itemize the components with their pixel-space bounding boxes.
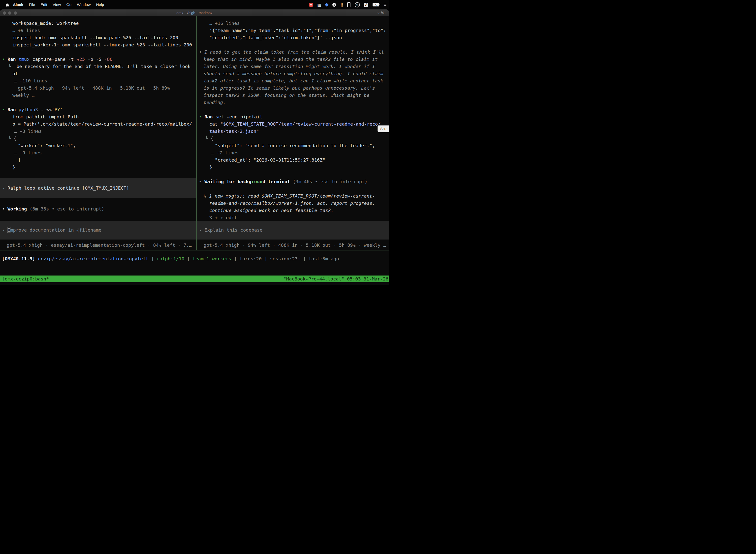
menu-help[interactable]: Help: [93, 2, 107, 7]
window-title: omx --xhigh --madmax: [0, 11, 389, 15]
apple-icon: [5, 2, 9, 7]
terminal-text: └: [205, 136, 210, 141]
terminal-line: … +3 lines: [0, 127, 196, 135]
terminal-text: from pathlib import Path: [12, 114, 79, 119]
terminal-text: "created_at": "2026-03-31T11:59:27.816Z": [215, 157, 325, 163]
github-icon[interactable]: [332, 3, 336, 7]
charging-bolt-icon: ϟ: [375, 3, 377, 6]
screen-recording-indicator[interactable]: [309, 3, 313, 7]
battery-charging-icon[interactable]: ϟ: [373, 3, 379, 6]
terminal-text: ↳: [204, 193, 209, 199]
battery-gauge-value: 61: [356, 4, 359, 6]
window-shortcut: ⌥⌘1: [377, 11, 386, 15]
apple-menu[interactable]: [5, 2, 9, 7]
terminal-text: •: [199, 114, 204, 119]
prompt-band[interactable]: › Ralph loop active continue [OMX_TMUX_I…: [0, 178, 196, 198]
terminal-line: └ {: [197, 135, 389, 142]
terminal-text: roun: [252, 179, 263, 184]
terminal-text: |: [184, 256, 192, 261]
terminal-text: gpt-5.4 xhigh · 94% left · 488K in · 5.1…: [18, 86, 175, 91]
terminal-text: ›: [199, 227, 204, 233]
prompt-input-right[interactable]: › Explain this codebase: [197, 221, 389, 239]
terminal-text: •: [2, 206, 7, 212]
input-source-icon[interactable]: A: [364, 3, 368, 7]
terminal-line: inspect_hud: omx sparkshell --tmux-pane …: [0, 34, 196, 41]
terminal-line: • Waiting for background terminal (3m 46…: [197, 178, 389, 185]
terminal-text: keep that in mind. Maybe I also need the…: [204, 57, 378, 62]
terminal-line: … +9 lines: [0, 27, 196, 34]
terminal-line: … +9 lines: [0, 149, 196, 156]
terminal-text: -euo pipefail: [224, 114, 262, 119]
menu-go[interactable]: Go: [64, 2, 74, 7]
terminal-text: •: [199, 49, 204, 55]
terminal-text: Ran: [7, 107, 19, 112]
terminal-text: inspect task2's JSON, focusing on the st…: [204, 93, 369, 98]
menu-lines-icon[interactable]: ≡: [383, 2, 386, 8]
terminal-text: … +3 lines: [14, 128, 42, 134]
terminal-text: 1 new msg(s): read $OMX_TEAM_STATE_ROOT/…: [209, 193, 375, 199]
pane-left-status: gpt-5.4 xhigh · essay/ai-reimplementatio…: [0, 241, 196, 249]
terminal-text: ›: [2, 227, 7, 233]
terminal-text: {: [14, 136, 16, 141]
device-icon[interactable]: [347, 2, 351, 7]
terminal-text: pending.: [204, 100, 226, 105]
terminal-line: weekly …: [0, 92, 196, 99]
menu-window[interactable]: Window: [74, 2, 93, 7]
terminal-line: cat "$OMX_TEAM_STATE_ROOT/team/review-cu…: [197, 120, 389, 127]
terminal-line: p = Path('.omx/state/team/review-current…: [0, 120, 196, 127]
terminal[interactable]: workspace_mode: worktree… +9 linesinspec…: [0, 16, 389, 285]
battery-gauge-icon[interactable]: 61: [355, 2, 360, 7]
terminal-text: Explain this codebase: [204, 227, 262, 233]
terminal-text: continue assigned work or next feasible …: [209, 208, 334, 213]
terminal-text: … +7 lines: [211, 150, 239, 155]
terminal-text: gpt-5.4 xhigh · essay/ai-reimplementatio…: [7, 242, 192, 248]
terminal-text: [OMX#0.11.9]: [2, 256, 35, 261]
terminal-pane-right[interactable]: … +16 lines'{"team_name":"my-team","task…: [197, 16, 389, 250]
menu-edit[interactable]: Edit: [38, 2, 50, 7]
terminal-line: is in progress? It seems likely but perh…: [197, 85, 389, 92]
dropbox-icon[interactable]: [325, 3, 329, 7]
screen-tooltip: Scre: [378, 125, 389, 132]
app-grid-icon[interactable]: ⣿: [340, 2, 343, 7]
terminal-line: from pathlib import Path: [0, 113, 196, 120]
terminal-text: python3: [19, 107, 38, 112]
terminal-line: should send a message before completing …: [197, 70, 389, 77]
pane-divider-horizontal: [0, 250, 389, 251]
terminal-text: •: [2, 57, 7, 62]
terminal-text: task2 after task1 is complete, but can I…: [204, 78, 383, 84]
prompt-input-left[interactable]: › Improve documentation in @filename: [0, 221, 196, 239]
terminal-line: • Ran set -euo pipefail: [197, 113, 389, 120]
terminal-text: ralph:1/10: [157, 256, 184, 261]
prompt-right-text: › Explain this codebase: [197, 226, 389, 233]
terminal-line: later. Using the same for transition mig…: [197, 63, 389, 70]
menu-file[interactable]: File: [26, 2, 38, 7]
stop-icon: [310, 4, 312, 5]
terminal-text: Ran: [7, 57, 19, 62]
terminal-text: Working: [7, 206, 27, 212]
terminal-text: "$OMX_TEAM_STATE_ROOT/team/review-curren…: [220, 121, 381, 126]
terminal-text: cczip/essay/ai-reimplementation-copyleft: [38, 256, 148, 261]
terminal-text: 'PY': [52, 107, 63, 112]
menu-app-name[interactable]: Slack: [13, 2, 26, 7]
terminal-line: [197, 171, 389, 178]
terminal-text: tmux: [19, 57, 30, 62]
terminal-line: workspace_mode: worktree: [0, 19, 196, 27]
menu-status-icons: ▦ ⣿ 61 A ϟ ≡: [309, 0, 386, 9]
prompt-line: › Ralph loop active continue [OMX_TMUX_I…: [0, 184, 196, 191]
grid-icon[interactable]: ▦: [317, 2, 321, 7]
terminal-line: └ {: [0, 135, 196, 142]
terminal-text: Waiting for backg: [204, 179, 251, 184]
terminal-text: I need to get the claim token from the c…: [204, 49, 384, 55]
terminal-line: ]: [0, 156, 196, 164]
terminal-text: └: [8, 64, 16, 69]
terminal-text: later. Using the same for transition mig…: [204, 64, 375, 69]
menu-view[interactable]: View: [50, 2, 63, 7]
terminal-line: "completed","claim_token":"claim-token"}…: [197, 34, 389, 41]
terminal-text: }: [209, 165, 212, 170]
terminal-line: continue assigned work or next feasible …: [197, 207, 389, 214]
terminal-text: team:1 workers: [193, 256, 232, 261]
terminal-pane-left[interactable]: workspace_mode: worktree… +9 linesinspec…: [0, 16, 196, 250]
terminal-text: - <<: [38, 107, 52, 112]
terminal-text: "completed","claim_token":"claim-token"}…: [209, 35, 342, 40]
prompt-left-text: › Improve documentation in @filename: [0, 226, 196, 233]
